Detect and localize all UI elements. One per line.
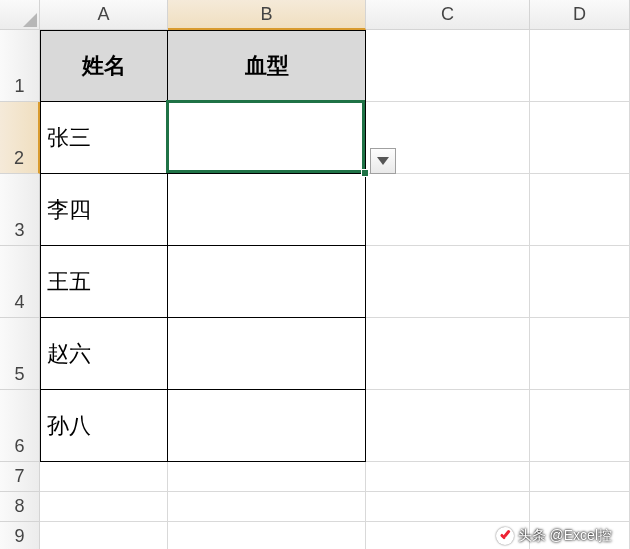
select-all-icon: [23, 13, 37, 27]
empty-cell[interactable]: [40, 492, 168, 522]
data-validation-dropdown-button[interactable]: [370, 148, 396, 174]
watermark: 头条 @Excel控: [496, 527, 612, 545]
row-header-2[interactable]: 2: [0, 102, 40, 174]
row-header-5[interactable]: 5: [0, 318, 40, 390]
row-header-6[interactable]: 6: [0, 390, 40, 462]
name-cell[interactable]: 张三: [40, 102, 168, 174]
blood-cell[interactable]: [168, 102, 366, 174]
row-header-7[interactable]: 7: [0, 462, 40, 492]
svg-marker-1: [377, 157, 389, 165]
empty-cell[interactable]: [530, 174, 630, 246]
chevron-down-icon: [377, 157, 389, 165]
empty-cell[interactable]: [530, 390, 630, 462]
empty-cell[interactable]: [168, 492, 366, 522]
blood-cell[interactable]: [168, 390, 366, 462]
watermark-logo-icon: [496, 527, 514, 545]
blood-cell[interactable]: [168, 318, 366, 390]
empty-cell[interactable]: [168, 522, 366, 549]
column-header-D[interactable]: D: [530, 0, 630, 30]
empty-cell[interactable]: [366, 246, 530, 318]
empty-cell[interactable]: [366, 174, 530, 246]
column-header-B[interactable]: B: [168, 0, 366, 30]
empty-cell[interactable]: [40, 522, 168, 549]
name-cell[interactable]: 王五: [40, 246, 168, 318]
empty-cell[interactable]: [168, 462, 366, 492]
empty-cell[interactable]: [366, 318, 530, 390]
row-header-8[interactable]: 8: [0, 492, 40, 522]
empty-cell[interactable]: [40, 462, 168, 492]
row-header-9[interactable]: 9: [0, 522, 40, 549]
select-all-corner[interactable]: [0, 0, 40, 30]
fill-handle[interactable]: [361, 169, 369, 177]
empty-cell[interactable]: [530, 102, 630, 174]
empty-cell[interactable]: [366, 492, 530, 522]
name-cell[interactable]: 孙八: [40, 390, 168, 462]
empty-cell[interactable]: [366, 390, 530, 462]
empty-cell[interactable]: [530, 492, 630, 522]
row-header-1[interactable]: 1: [0, 30, 40, 102]
spreadsheet: ABCD 123456789 姓名血型张三李四王五赵六孙八 头条 @Excel控: [0, 0, 630, 549]
column-header-C[interactable]: C: [366, 0, 530, 30]
row-header-3[interactable]: 3: [0, 174, 40, 246]
empty-cell[interactable]: [366, 462, 530, 492]
name-cell[interactable]: 赵六: [40, 318, 168, 390]
row-header-4[interactable]: 4: [0, 246, 40, 318]
watermark-text: 头条 @Excel控: [518, 527, 612, 545]
name-cell[interactable]: 李四: [40, 174, 168, 246]
table-header-blood[interactable]: 血型: [168, 30, 366, 102]
row-headers: 123456789: [0, 30, 40, 549]
svg-marker-0: [23, 13, 37, 27]
column-headers: ABCD: [40, 0, 630, 30]
empty-cell[interactable]: [530, 318, 630, 390]
table-header-name[interactable]: 姓名: [40, 30, 168, 102]
grid-cells: 姓名血型张三李四王五赵六孙八: [40, 30, 630, 549]
blood-cell[interactable]: [168, 174, 366, 246]
empty-cell[interactable]: [530, 246, 630, 318]
empty-cell[interactable]: [530, 30, 630, 102]
empty-cell[interactable]: [366, 30, 530, 102]
empty-cell[interactable]: [530, 462, 630, 492]
blood-cell[interactable]: [168, 246, 366, 318]
column-header-A[interactable]: A: [40, 0, 168, 30]
